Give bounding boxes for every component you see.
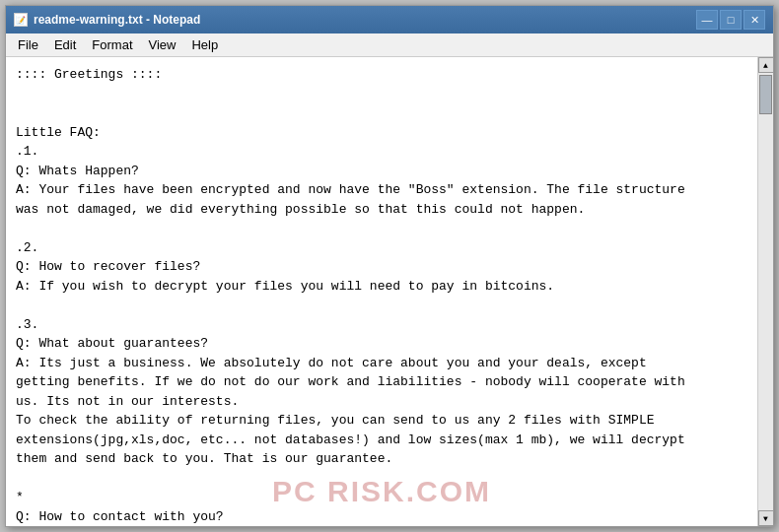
title-controls: — □ ✕: [696, 10, 765, 30]
menu-view[interactable]: View: [141, 35, 184, 54]
minimize-button[interactable]: —: [696, 10, 718, 30]
scroll-thumb[interactable]: [759, 75, 772, 114]
maximize-button[interactable]: □: [720, 10, 742, 30]
menu-format[interactable]: Format: [84, 35, 140, 54]
scroll-track[interactable]: [758, 73, 773, 510]
scroll-up-arrow[interactable]: ▲: [758, 57, 774, 73]
scrollbar[interactable]: ▲ ▼: [757, 57, 773, 526]
title-bar: 📝 readme-warning.txt - Notepad — □ ✕: [6, 6, 773, 33]
notepad-window: 📝 readme-warning.txt - Notepad — □ ✕ Fil…: [5, 5, 774, 527]
menu-bar: File Edit Format View Help: [6, 33, 773, 57]
content-area: :::: Greetings :::: Little FAQ: .1. Q: W…: [6, 57, 773, 526]
scroll-down-arrow[interactable]: ▼: [758, 510, 774, 526]
menu-edit[interactable]: Edit: [46, 35, 84, 54]
menu-file[interactable]: File: [10, 35, 46, 54]
menu-help[interactable]: Help: [183, 35, 226, 54]
text-content[interactable]: :::: Greetings :::: Little FAQ: .1. Q: W…: [6, 57, 757, 526]
content-wrapper: :::: Greetings :::: Little FAQ: .1. Q: W…: [6, 57, 757, 526]
app-icon: 📝: [14, 13, 28, 27]
window-title: readme-warning.txt - Notepad: [34, 13, 200, 27]
title-bar-left: 📝 readme-warning.txt - Notepad: [14, 13, 200, 27]
close-button[interactable]: ✕: [744, 10, 765, 30]
